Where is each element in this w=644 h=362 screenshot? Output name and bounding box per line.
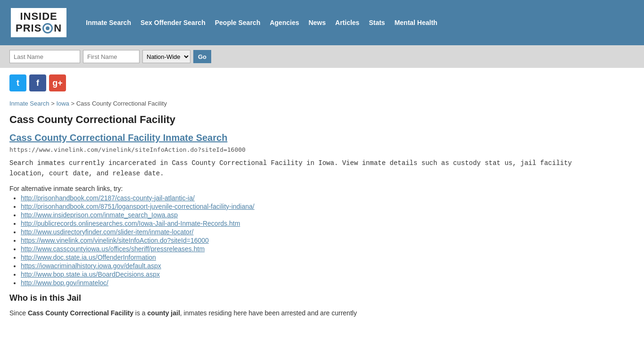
facebook-icon[interactable]: f: [29, 74, 46, 91]
header: INSIDE PRISN Inmate Search Sex Offender …: [0, 0, 644, 45]
breadcrumb-current: Cass County Correctional Facility: [76, 100, 167, 107]
list-item: http://www.bop.state.ia.us/BoardDecision…: [21, 271, 603, 278]
nav-articles[interactable]: Articles: [331, 17, 363, 28]
main-nav: Inmate Search Sex Offender Search People…: [77, 17, 446, 28]
breadcrumb-inmate-search[interactable]: Inmate Search: [9, 100, 50, 107]
who-jail-type: county jail: [148, 309, 180, 317]
social-bar: t f g+: [0, 68, 644, 95]
first-name-input[interactable]: [83, 50, 140, 63]
list-item: http://prisonhandbook.com/2187/cass-coun…: [21, 194, 603, 202]
logo-prison-text: PRIS: [16, 22, 41, 34]
who-section-title: Who is in this Jail: [9, 293, 603, 303]
last-name-input[interactable]: [9, 50, 80, 63]
who-mid: is a: [133, 309, 148, 317]
alt-link-9[interactable]: http://www.bop.state.ia.us/BoardDecision…: [21, 271, 160, 278]
nav-news[interactable]: News: [305, 17, 330, 28]
alt-links-label: For alternative inmate search links, try…: [9, 185, 603, 192]
inmate-search-heading: Cass County Correctional Facility Inmate…: [9, 132, 603, 143]
location-select[interactable]: Nation-Wide: [142, 50, 190, 63]
who-facility: Cass County Correctional Facility: [28, 309, 133, 317]
list-item: http://www.doc.state.ia.us/OffenderInfor…: [21, 254, 603, 261]
breadcrumb-separator2: >: [71, 100, 76, 107]
logo[interactable]: INSIDE PRISN: [9, 7, 68, 39]
nav-inmate-search[interactable]: Inmate Search: [82, 17, 135, 28]
googleplus-icon[interactable]: g+: [49, 74, 66, 91]
alt-link-8[interactable]: https://iowacriminalhistory.iowa.gov/def…: [21, 262, 161, 270]
page-title: Cass County Correctional Facility: [9, 114, 603, 126]
alt-link-1[interactable]: http://prisonhandbook.com/8751/loganspor…: [21, 203, 255, 210]
who-text: Since Cass County Correctional Facility …: [9, 308, 603, 318]
logo-line1: INSIDE: [16, 11, 62, 22]
logo-n-text: N: [54, 22, 62, 34]
inmate-search-link[interactable]: Cass County Correctional Facility Inmate…: [9, 132, 227, 143]
alt-link-4[interactable]: http://www.usdirectoryfinder.com/slider-…: [21, 228, 193, 236]
alt-links-list: http://prisonhandbook.com/2187/cass-coun…: [21, 194, 603, 287]
go-button[interactable]: Go: [193, 50, 211, 63]
list-item: https://iowacriminalhistory.iowa.gov/def…: [21, 262, 603, 270]
alt-link-10[interactable]: http://www.bop.gov/inmateloc/: [21, 279, 108, 287]
list-item: http://www.usdirectoryfinder.com/slider-…: [21, 228, 603, 236]
alt-link-6[interactable]: http://www.casscountyiowa.us/offices/she…: [21, 245, 205, 253]
who-suffix: , inmates residing here have been arrest…: [180, 309, 357, 317]
main-content: Inmate Search > Iowa > Cass County Corre…: [0, 95, 613, 328]
alt-link-3[interactable]: http://publicrecords.onlinesearches.com/…: [21, 220, 240, 227]
twitter-icon[interactable]: t: [9, 74, 26, 91]
who-prefix: Since: [9, 309, 28, 317]
list-item: http://www.casscountyiowa.us/offices/she…: [21, 245, 603, 253]
alt-link-2[interactable]: http://www.insideprison.com/inmate_searc…: [21, 211, 178, 219]
nav-agencies[interactable]: Agencies: [266, 17, 303, 28]
description-text: Search inmates currently incarcerated in…: [9, 158, 603, 179]
alt-link-0[interactable]: http://prisonhandbook.com/2187/cass-coun…: [21, 194, 195, 202]
breadcrumb-iowa[interactable]: Iowa: [56, 100, 69, 107]
list-item: http://publicrecords.onlinesearches.com/…: [21, 220, 603, 227]
list-item: https://www.vinelink.com/vinelink/siteIn…: [21, 237, 603, 244]
logo-line2: PRISN: [16, 22, 62, 34]
list-item: http://www.bop.gov/inmateloc/: [21, 279, 603, 287]
nav-mental-health[interactable]: Mental Health: [391, 17, 441, 28]
breadcrumb-separator1: >: [51, 100, 56, 107]
list-item: http://www.insideprison.com/inmate_searc…: [21, 211, 603, 219]
search-bar: Nation-Wide Go: [0, 45, 644, 68]
logo-circle-icon: [42, 23, 53, 33]
alt-link-5[interactable]: https://www.vinelink.com/vinelink/siteIn…: [21, 237, 209, 244]
breadcrumb: Inmate Search > Iowa > Cass County Corre…: [9, 100, 603, 107]
nav-people-search[interactable]: People Search: [211, 17, 264, 28]
vinelink-url: https://www.vinelink.com/vinelink/siteIn…: [9, 146, 603, 153]
alt-link-7[interactable]: http://www.doc.state.ia.us/OffenderInfor…: [21, 254, 156, 261]
nav-sex-offender[interactable]: Sex Offender Search: [137, 17, 209, 28]
nav-stats[interactable]: Stats: [365, 17, 388, 28]
list-item: http://prisonhandbook.com/8751/loganspor…: [21, 203, 603, 210]
